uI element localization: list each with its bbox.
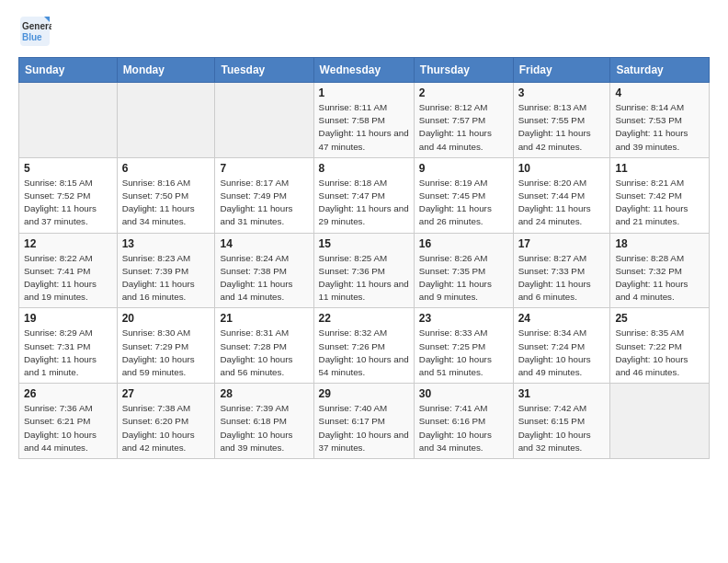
day-info: Sunrise: 8:15 AM Sunset: 7:52 PM Dayligh… xyxy=(24,177,112,229)
day-info: Sunrise: 8:12 AM Sunset: 7:57 PM Dayligh… xyxy=(419,101,508,154)
day-info: Sunrise: 7:40 AM Sunset: 6:17 PM Dayligh… xyxy=(319,402,409,454)
day-info: Sunrise: 8:17 AM Sunset: 7:49 PM Dayligh… xyxy=(220,177,308,229)
day-info: Sunrise: 7:38 AM Sunset: 6:20 PM Dayligh… xyxy=(122,402,210,454)
logo-svg: General Blue xyxy=(18,15,51,48)
calendar-cell: 29Sunrise: 7:40 AM Sunset: 6:17 PM Dayli… xyxy=(313,384,414,459)
week-row-4: 19Sunrise: 8:29 AM Sunset: 7:31 PM Dayli… xyxy=(19,308,710,384)
calendar-cell: 22Sunrise: 8:32 AM Sunset: 7:26 PM Dayli… xyxy=(313,308,414,384)
calendar-cell: 17Sunrise: 8:27 AM Sunset: 7:33 PM Dayli… xyxy=(513,233,610,308)
day-number: 14 xyxy=(220,237,308,250)
day-info: Sunrise: 8:24 AM Sunset: 7:38 PM Dayligh… xyxy=(220,252,308,304)
day-number: 10 xyxy=(518,162,606,175)
calendar-cell: 1Sunrise: 8:11 AM Sunset: 7:58 PM Daylig… xyxy=(313,83,414,158)
week-row-2: 5Sunrise: 8:15 AM Sunset: 7:52 PM Daylig… xyxy=(19,157,710,233)
day-number: 4 xyxy=(615,86,704,99)
calendar-cell: 26Sunrise: 7:36 AM Sunset: 6:21 PM Dayli… xyxy=(19,384,118,459)
day-info: Sunrise: 7:41 AM Sunset: 6:16 PM Dayligh… xyxy=(419,402,508,454)
week-row-3: 12Sunrise: 8:22 AM Sunset: 7:41 PM Dayli… xyxy=(19,233,710,308)
day-info: Sunrise: 8:35 AM Sunset: 7:22 PM Dayligh… xyxy=(615,327,704,379)
calendar-cell: 31Sunrise: 7:42 AM Sunset: 6:15 PM Dayli… xyxy=(513,384,610,459)
day-info: Sunrise: 7:36 AM Sunset: 6:21 PM Dayligh… xyxy=(24,402,112,454)
day-info: Sunrise: 8:20 AM Sunset: 7:44 PM Dayligh… xyxy=(518,177,606,229)
day-number: 19 xyxy=(24,312,112,325)
calendar-cell: 14Sunrise: 8:24 AM Sunset: 7:38 PM Dayli… xyxy=(215,233,313,308)
day-info: Sunrise: 8:30 AM Sunset: 7:29 PM Dayligh… xyxy=(122,327,210,379)
day-number: 5 xyxy=(24,162,112,175)
day-info: Sunrise: 8:14 AM Sunset: 7:53 PM Dayligh… xyxy=(615,101,704,154)
calendar-cell: 9Sunrise: 8:19 AM Sunset: 7:45 PM Daylig… xyxy=(414,157,513,233)
calendar-cell: 24Sunrise: 8:34 AM Sunset: 7:24 PM Dayli… xyxy=(513,308,610,384)
day-info: Sunrise: 8:13 AM Sunset: 7:55 PM Dayligh… xyxy=(518,101,606,154)
calendar-cell: 5Sunrise: 8:15 AM Sunset: 7:52 PM Daylig… xyxy=(19,157,118,233)
calendar-cell: 28Sunrise: 7:39 AM Sunset: 6:18 PM Dayli… xyxy=(215,384,313,459)
day-number: 27 xyxy=(122,387,210,400)
day-info: Sunrise: 7:42 AM Sunset: 6:15 PM Dayligh… xyxy=(518,402,606,454)
day-number: 13 xyxy=(122,237,210,250)
weekday-saturday: Saturday xyxy=(610,58,710,83)
day-number: 12 xyxy=(24,237,112,250)
day-number: 20 xyxy=(122,312,210,325)
day-info: Sunrise: 8:29 AM Sunset: 7:31 PM Dayligh… xyxy=(24,327,112,379)
calendar-cell: 30Sunrise: 7:41 AM Sunset: 6:16 PM Dayli… xyxy=(414,384,513,459)
week-row-1: 1Sunrise: 8:11 AM Sunset: 7:58 PM Daylig… xyxy=(19,83,710,158)
svg-text:Blue: Blue xyxy=(22,32,42,42)
calendar-cell: 6Sunrise: 8:16 AM Sunset: 7:50 PM Daylig… xyxy=(117,157,215,233)
day-number: 6 xyxy=(122,162,210,175)
day-info: Sunrise: 8:27 AM Sunset: 7:33 PM Dayligh… xyxy=(518,252,606,304)
day-info: Sunrise: 8:18 AM Sunset: 7:47 PM Dayligh… xyxy=(319,177,409,229)
calendar-cell: 16Sunrise: 8:26 AM Sunset: 7:35 PM Dayli… xyxy=(414,233,513,308)
week-row-5: 26Sunrise: 7:36 AM Sunset: 6:21 PM Dayli… xyxy=(19,384,710,459)
page: General Blue SundayMondayTuesdayWednesda… xyxy=(0,0,728,563)
day-info: Sunrise: 8:32 AM Sunset: 7:26 PM Dayligh… xyxy=(319,327,409,379)
day-number: 29 xyxy=(319,387,409,400)
day-number: 15 xyxy=(319,237,409,250)
day-number: 18 xyxy=(615,237,704,250)
day-info: Sunrise: 8:25 AM Sunset: 7:36 PM Dayligh… xyxy=(319,252,409,304)
day-number: 7 xyxy=(220,162,308,175)
day-number: 17 xyxy=(518,237,606,250)
day-number: 25 xyxy=(615,312,704,325)
day-number: 23 xyxy=(419,312,508,325)
day-info: Sunrise: 8:34 AM Sunset: 7:24 PM Dayligh… xyxy=(518,327,606,379)
calendar-cell: 10Sunrise: 8:20 AM Sunset: 7:44 PM Dayli… xyxy=(513,157,610,233)
day-info: Sunrise: 8:16 AM Sunset: 7:50 PM Dayligh… xyxy=(122,177,210,229)
calendar-cell: 8Sunrise: 8:18 AM Sunset: 7:47 PM Daylig… xyxy=(313,157,414,233)
header: General Blue xyxy=(18,15,710,48)
calendar-cell xyxy=(215,83,313,158)
day-number: 1 xyxy=(319,86,409,99)
weekday-header-row: SundayMondayTuesdayWednesdayThursdayFrid… xyxy=(19,58,710,83)
calendar-cell: 19Sunrise: 8:29 AM Sunset: 7:31 PM Dayli… xyxy=(19,308,118,384)
day-info: Sunrise: 8:23 AM Sunset: 7:39 PM Dayligh… xyxy=(122,252,210,304)
calendar-cell: 20Sunrise: 8:30 AM Sunset: 7:29 PM Dayli… xyxy=(117,308,215,384)
day-info: Sunrise: 8:19 AM Sunset: 7:45 PM Dayligh… xyxy=(419,177,508,229)
day-number: 31 xyxy=(518,387,606,400)
day-number: 8 xyxy=(319,162,409,175)
calendar-cell: 3Sunrise: 8:13 AM Sunset: 7:55 PM Daylig… xyxy=(513,83,610,158)
calendar-cell: 21Sunrise: 8:31 AM Sunset: 7:28 PM Dayli… xyxy=(215,308,313,384)
calendar-cell: 13Sunrise: 8:23 AM Sunset: 7:39 PM Dayli… xyxy=(117,233,215,308)
calendar-cell: 11Sunrise: 8:21 AM Sunset: 7:42 PM Dayli… xyxy=(610,157,710,233)
calendar-cell: 4Sunrise: 8:14 AM Sunset: 7:53 PM Daylig… xyxy=(610,83,710,158)
calendar-cell: 25Sunrise: 8:35 AM Sunset: 7:22 PM Dayli… xyxy=(610,308,710,384)
calendar-cell: 2Sunrise: 8:12 AM Sunset: 7:57 PM Daylig… xyxy=(414,83,513,158)
weekday-thursday: Thursday xyxy=(414,58,513,83)
day-number: 3 xyxy=(518,86,606,99)
weekday-sunday: Sunday xyxy=(19,58,118,83)
day-number: 26 xyxy=(24,387,112,400)
day-number: 2 xyxy=(419,86,508,99)
day-number: 28 xyxy=(220,387,308,400)
day-info: Sunrise: 8:22 AM Sunset: 7:41 PM Dayligh… xyxy=(24,252,112,304)
day-number: 11 xyxy=(615,162,704,175)
calendar-cell: 12Sunrise: 8:22 AM Sunset: 7:41 PM Dayli… xyxy=(19,233,118,308)
day-number: 21 xyxy=(220,312,308,325)
day-number: 16 xyxy=(419,237,508,250)
day-number: 30 xyxy=(419,387,508,400)
calendar-cell xyxy=(610,384,710,459)
calendar-cell: 23Sunrise: 8:33 AM Sunset: 7:25 PM Dayli… xyxy=(414,308,513,384)
day-info: Sunrise: 8:28 AM Sunset: 7:32 PM Dayligh… xyxy=(615,252,704,304)
weekday-wednesday: Wednesday xyxy=(313,58,414,83)
calendar-cell: 15Sunrise: 8:25 AM Sunset: 7:36 PM Dayli… xyxy=(313,233,414,308)
calendar-cell xyxy=(19,83,118,158)
calendar-cell: 7Sunrise: 8:17 AM Sunset: 7:49 PM Daylig… xyxy=(215,157,313,233)
day-number: 24 xyxy=(518,312,606,325)
